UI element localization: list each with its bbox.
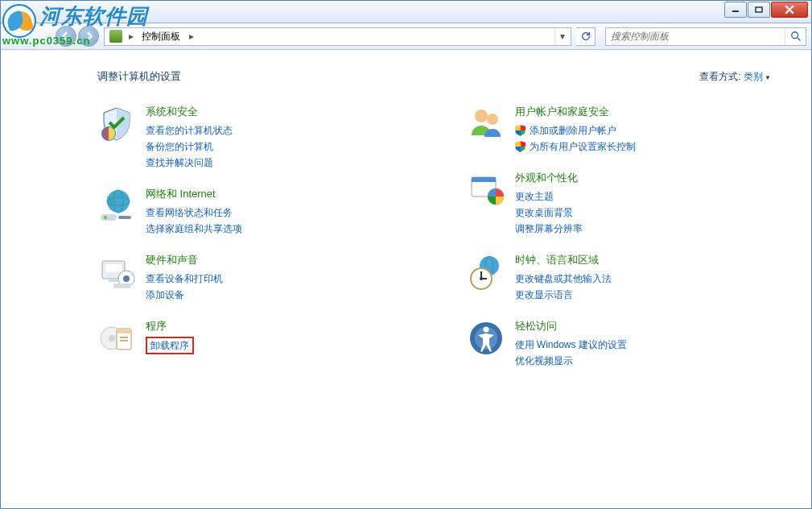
left-column: 系统和安全查看您的计算机状态备份您的计算机查找并解决问题网络和 Internet… <box>97 105 410 385</box>
window-frame: 河东软件园 www.pc0359.cn ▸ 控制面板 ▸ ▾ 调整计算机的设置 <box>0 0 812 509</box>
svg-rect-24 <box>120 340 128 341</box>
link-text: 使用 Windows 建议的设置 <box>515 337 627 353</box>
view-by-value[interactable]: 类别▼ <box>744 71 771 82</box>
category-body: 时钟、语言和区域更改键盘或其他输入法更改显示语言 <box>515 253 612 303</box>
close-button[interactable] <box>771 2 808 18</box>
category-title[interactable]: 程序 <box>146 319 194 333</box>
svg-rect-18 <box>113 283 131 288</box>
category-body: 网络和 Internet查看网络状态和任务选择家庭组和共享选项 <box>146 187 242 237</box>
search-button[interactable] <box>785 28 806 45</box>
highlight-box: 卸载程序 <box>146 337 194 354</box>
link-text: 为所有用户设置家长控制 <box>530 139 636 155</box>
svg-rect-11 <box>118 216 131 219</box>
category-title[interactable]: 网络和 Internet <box>146 187 242 201</box>
category-icon[interactable] <box>467 319 505 358</box>
category-block: 系统和安全查看您的计算机状态备份您的计算机查找并解决问题 <box>97 105 410 171</box>
category-link[interactable]: 查看设备和打印机 <box>146 271 223 287</box>
category-icon[interactable] <box>467 253 505 292</box>
category-block: 轻松访问使用 Windows 建议的设置优化视频显示 <box>467 319 780 369</box>
refresh-button[interactable] <box>576 27 596 46</box>
svg-point-35 <box>480 277 483 280</box>
category-body: 硬件和声音查看设备和打印机添加设备 <box>146 253 223 303</box>
link-text: 更改显示语言 <box>515 287 573 303</box>
link-text: 添加设备 <box>146 287 184 303</box>
search-box <box>605 27 806 46</box>
titlebar <box>1 1 811 23</box>
category-title[interactable]: 时钟、语言和区域 <box>515 253 612 267</box>
svg-rect-22 <box>117 329 131 333</box>
category-block: 外观和个性化更改主题更改桌面背景调整屏幕分辨率 <box>467 171 780 237</box>
svg-rect-28 <box>472 177 496 182</box>
category-icon[interactable] <box>97 105 136 143</box>
category-link[interactable]: 更改显示语言 <box>515 287 612 303</box>
category-body: 轻松访问使用 Windows 建议的设置优化视频显示 <box>515 319 627 369</box>
shield-icon <box>515 141 526 152</box>
category-title[interactable]: 用户帐户和家庭安全 <box>515 105 636 119</box>
category-title[interactable]: 系统和安全 <box>146 105 233 119</box>
link-text: 调整屏幕分辨率 <box>515 221 583 237</box>
category-body: 程序卸载程序 <box>146 319 194 358</box>
category-link[interactable]: 为所有用户设置家长控制 <box>515 139 636 155</box>
category-icon[interactable] <box>467 105 505 143</box>
chevron-right-icon[interactable]: ▸ <box>126 31 137 42</box>
categories-grid: 系统和安全查看您的计算机状态备份您的计算机查找并解决问题网络和 Internet… <box>97 105 779 385</box>
svg-rect-10 <box>101 214 117 221</box>
category-icon[interactable] <box>97 319 136 358</box>
breadcrumb[interactable]: ▸ 控制面板 ▸ ▾ <box>104 27 571 46</box>
category-link[interactable]: 更改键盘或其他输入法 <box>515 271 612 287</box>
category-link[interactable]: 添加或删除用户帐户 <box>515 122 636 139</box>
breadcrumb-root[interactable]: 控制面板 <box>137 30 186 43</box>
category-body: 外观和个性化更改主题更改桌面背景调整屏幕分辨率 <box>515 171 583 237</box>
nav-back-button[interactable] <box>56 26 76 47</box>
category-link[interactable]: 选择家庭组和共享选项 <box>146 221 242 237</box>
link-text: 查看设备和打印机 <box>146 271 223 287</box>
category-block: 程序卸载程序 <box>97 319 410 358</box>
link-text: 选择家庭组和共享选项 <box>146 221 242 237</box>
link-text: 备份您的计算机 <box>146 139 213 155</box>
link-text: 添加或删除用户帐户 <box>530 122 616 139</box>
svg-point-20 <box>109 335 115 341</box>
link-text: 查看网络状态和任务 <box>146 205 233 221</box>
category-block: 硬件和声音查看设备和打印机添加设备 <box>97 253 410 303</box>
category-icon[interactable] <box>467 171 505 209</box>
category-block: 用户帐户和家庭安全添加或删除用户帐户为所有用户设置家长控制 <box>467 105 780 155</box>
shield-icon <box>515 125 526 136</box>
link-text: 优化视频显示 <box>515 353 573 369</box>
svg-rect-23 <box>120 337 128 338</box>
svg-point-26 <box>487 114 498 125</box>
category-title[interactable]: 硬件和声音 <box>146 253 223 267</box>
category-link[interactable]: 备份您的计算机 <box>146 139 233 155</box>
category-link[interactable]: 优化视频显示 <box>515 353 627 369</box>
svg-point-4 <box>791 32 798 39</box>
category-icon[interactable] <box>97 187 136 226</box>
category-body: 系统和安全查看您的计算机状态备份您的计算机查找并解决问题 <box>146 105 233 171</box>
category-link[interactable]: 更改主题 <box>515 188 583 205</box>
category-link[interactable]: 使用 Windows 建议的设置 <box>515 337 627 353</box>
page-heading: 调整计算机的设置 <box>97 69 181 84</box>
search-input[interactable] <box>606 31 785 42</box>
category-title[interactable]: 轻松访问 <box>515 319 627 333</box>
control-panel-icon <box>109 30 122 43</box>
nav-forward-button[interactable] <box>78 26 99 47</box>
category-block: 时钟、语言和区域更改键盘或其他输入法更改显示语言 <box>467 253 780 303</box>
chevron-right-icon[interactable]: ▸ <box>186 31 197 42</box>
svg-point-12 <box>104 216 107 219</box>
minimize-button[interactable] <box>724 2 747 18</box>
category-link[interactable]: 添加设备 <box>146 287 223 303</box>
category-title[interactable]: 外观和个性化 <box>515 171 583 185</box>
category-icon[interactable] <box>97 253 136 292</box>
maximize-button[interactable] <box>748 2 770 18</box>
link-text: 查看您的计算机状态 <box>146 122 233 139</box>
category-link[interactable]: 查看您的计算机状态 <box>146 122 233 139</box>
category-link[interactable]: 查看网络状态和任务 <box>146 205 242 221</box>
category-link[interactable]: 调整屏幕分辨率 <box>515 221 583 237</box>
category-link[interactable]: 更改桌面背景 <box>515 205 583 221</box>
chevron-down-icon: ▼ <box>765 74 771 81</box>
breadcrumb-dropdown[interactable]: ▾ <box>554 28 569 45</box>
right-column: 用户帐户和家庭安全添加或删除用户帐户为所有用户设置家长控制外观和个性化更改主题更… <box>467 105 780 385</box>
link-text: 更改桌面背景 <box>515 205 573 221</box>
category-link[interactable]: 卸载程序 <box>146 337 194 354</box>
link-text: 更改键盘或其他输入法 <box>515 271 612 287</box>
category-link[interactable]: 查找并解决问题 <box>146 155 233 171</box>
content-area: 调整计算机的设置 查看方式: 类别▼ 系统和安全查看您的计算机状态备份您的计算机… <box>1 50 811 401</box>
